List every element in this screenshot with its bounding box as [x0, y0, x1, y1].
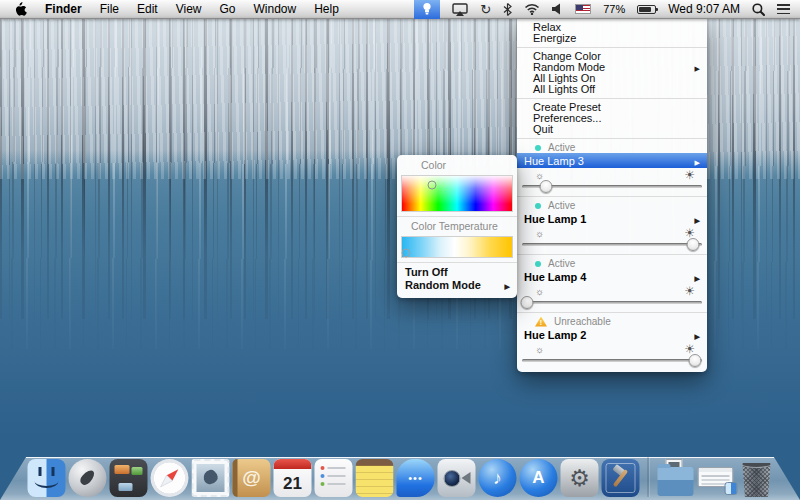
- temperature-selector-ring[interactable]: [402, 249, 411, 258]
- menu-item-energize[interactable]: Energize: [517, 33, 707, 44]
- dock-icon-contacts[interactable]: [233, 459, 271, 497]
- dock-icon-mail[interactable]: [192, 459, 230, 497]
- menu-edit[interactable]: Edit: [137, 2, 158, 16]
- apple-menu-icon[interactable]: [14, 2, 27, 17]
- submenu-arrow-icon: [695, 271, 700, 283]
- sync-arrow-icon[interactable]: ↻: [480, 0, 491, 19]
- dock-icon-app-store[interactable]: [520, 459, 558, 497]
- menu-help[interactable]: Help: [314, 2, 339, 16]
- bluetooth-icon[interactable]: [503, 0, 512, 19]
- lamp-status: Active: [517, 258, 707, 269]
- hue-lightbulb-icon[interactable]: [414, 0, 440, 19]
- dock-icon-finder[interactable]: [28, 459, 66, 497]
- lamp-menu-item-hue-lamp-1[interactable]: Hue Lamp 1: [517, 211, 707, 226]
- lamp-status: Active: [517, 200, 707, 211]
- dock-icon-notes[interactable]: [356, 459, 394, 497]
- slider-knob[interactable]: [686, 238, 699, 251]
- active-app-menu[interactable]: Finder: [45, 2, 82, 16]
- battery-icon: [637, 5, 656, 14]
- dock-icon-xcode[interactable]: [602, 459, 640, 497]
- slider-knob[interactable]: [521, 296, 534, 309]
- active-dot-icon: [535, 203, 541, 209]
- menu-separator: [517, 138, 707, 139]
- lamp-status: Unreachable: [517, 316, 707, 327]
- menu-separator: [517, 254, 707, 255]
- lamp-section-hue-lamp-1: Active Hue Lamp 1: [517, 200, 707, 251]
- lamp-section-hue-lamp-2: Unreachable Hue Lamp 2: [517, 316, 707, 367]
- hue-dropdown-menu: Relax Energize Change Color Random Mode …: [517, 19, 707, 372]
- dock-icon-documents-stack[interactable]: [657, 459, 695, 497]
- menu-separator: [517, 98, 707, 99]
- menu-item-quit[interactable]: Quit: [517, 124, 707, 135]
- dock-icon-launchpad[interactable]: [69, 459, 107, 497]
- airplay-display-icon[interactable]: [452, 0, 468, 19]
- menu-separator: [517, 196, 707, 197]
- notification-center-icon[interactable]: [777, 4, 790, 14]
- dock-separator: [648, 457, 649, 497]
- dock: 21: [0, 450, 800, 500]
- warning-triangle-icon: [535, 317, 547, 327]
- dock-icon-system-preferences[interactable]: [561, 459, 599, 497]
- dock-icon-safari[interactable]: [151, 459, 189, 497]
- menu-go[interactable]: Go: [220, 2, 236, 16]
- calendar-day: 21: [283, 471, 302, 497]
- brightness-slider-lamp-3[interactable]: [520, 179, 704, 193]
- active-dot-icon: [535, 261, 541, 267]
- submenu-arrow-icon: [695, 62, 700, 73]
- lamp-menu-item-hue-lamp-3[interactable]: Hue Lamp 3: [517, 153, 707, 168]
- brightness-slider-lamp-1[interactable]: [520, 237, 704, 251]
- menu-file[interactable]: File: [100, 2, 119, 16]
- lamp-menu-item-hue-lamp-2[interactable]: Hue Lamp 2: [517, 327, 707, 342]
- lamp-menu-item-hue-lamp-4[interactable]: Hue Lamp 4: [517, 269, 707, 284]
- menu-bar: Finder File Edit View Go Window Help ↻ 7…: [0, 0, 800, 19]
- brightness-slider-lamp-2[interactable]: [520, 353, 704, 367]
- dock-icon-trash[interactable]: [741, 460, 773, 497]
- menu-item-all-lights-off[interactable]: All Lights Off: [517, 84, 707, 95]
- dock-icon-messages[interactable]: [397, 459, 435, 497]
- slider-track[interactable]: [522, 359, 702, 362]
- color-selector-ring[interactable]: [427, 181, 436, 190]
- slider-knob[interactable]: [688, 354, 701, 367]
- menu-item-turn-off[interactable]: Turn Off: [397, 266, 517, 279]
- finder-badge-icon: [725, 482, 738, 495]
- color-temperature-slider[interactable]: [401, 236, 513, 258]
- dock-icon-calendar[interactable]: 21: [274, 459, 312, 497]
- menu-separator: [397, 262, 517, 263]
- wifi-icon[interactable]: [524, 0, 540, 19]
- slider-track[interactable]: [522, 243, 702, 246]
- dock-icon-facetime[interactable]: [438, 459, 476, 497]
- color-temperature-label: Color Temperature: [397, 220, 517, 233]
- dock-icon-minimized-window[interactable]: [698, 459, 738, 497]
- volume-icon[interactable]: [552, 0, 563, 19]
- spotlight-icon[interactable]: [752, 0, 765, 19]
- menu-separator: [517, 312, 707, 313]
- color-submenu: Color Color Temperature Turn Off Random …: [397, 155, 517, 298]
- active-dot-icon: [535, 145, 541, 151]
- slider-track[interactable]: [522, 301, 702, 304]
- menu-separator: [397, 216, 517, 217]
- lamp-status: Active: [517, 142, 707, 153]
- submenu-arrow-icon: [505, 279, 510, 292]
- menu-item-random-mode-sub[interactable]: Random Mode: [397, 279, 517, 292]
- dock-icon-itunes[interactable]: [479, 459, 517, 497]
- submenu-arrow-icon: [695, 329, 700, 341]
- menu-window[interactable]: Window: [254, 2, 297, 16]
- dock-icon-mission-control[interactable]: [110, 459, 148, 497]
- menubar-clock[interactable]: Wed 9:07 AM: [668, 0, 740, 19]
- battery-percent[interactable]: 77%: [603, 0, 625, 19]
- lamp-section-hue-lamp-4: Active Hue Lamp 4: [517, 258, 707, 309]
- color-picker-field[interactable]: [401, 175, 513, 212]
- brightness-slider-lamp-4[interactable]: [520, 295, 704, 309]
- lamp-section-hue-lamp-3: Active Hue Lamp 3: [517, 142, 707, 193]
- submenu-arrow-icon: [695, 155, 700, 167]
- input-language-flag-icon[interactable]: [575, 4, 591, 14]
- slider-knob[interactable]: [539, 180, 552, 193]
- dock-icon-reminders[interactable]: [315, 459, 353, 497]
- submenu-arrow-icon: [695, 213, 700, 225]
- menu-separator: [517, 47, 707, 48]
- menu-view[interactable]: View: [176, 2, 202, 16]
- color-label: Color: [397, 159, 517, 172]
